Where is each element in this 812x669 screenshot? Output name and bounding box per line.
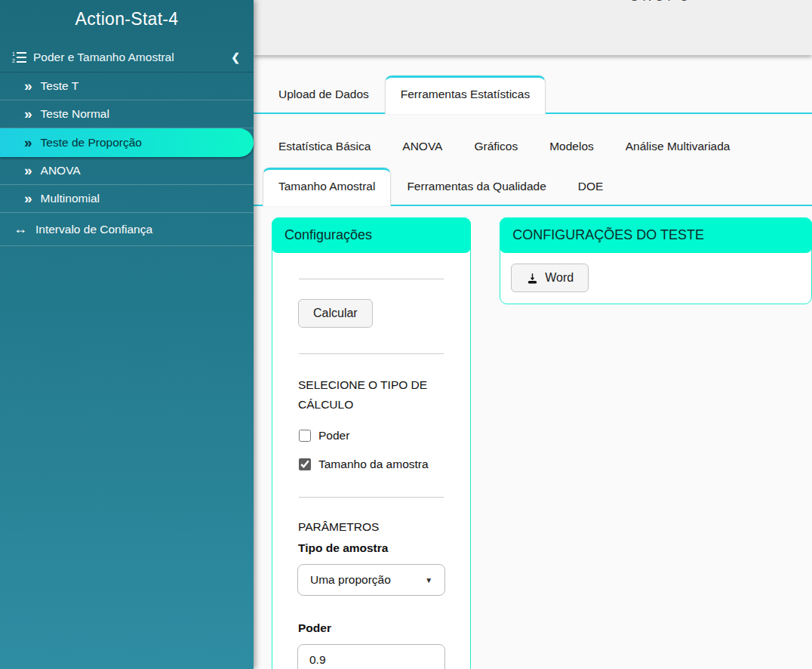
sidebar-item-label: Teste Normal — [41, 107, 109, 121]
divider — [299, 279, 444, 279]
test-panel-title: CONFIGURAÇÕES DO TESTE — [500, 217, 812, 253]
app-title: Action-Stat-4 — [0, 0, 254, 29]
tab-tamanho-amostral[interactable]: Tamanho Amostral — [263, 168, 391, 206]
tab-modelos[interactable]: Modelos — [534, 128, 610, 165]
sample-type-label: Tipo de amostra — [298, 541, 444, 555]
tab-estatistica-basica[interactable]: Estatística Básica — [263, 128, 386, 165]
content: Upload de Dados Ferramentas Estatísticas… — [254, 55, 812, 669]
checkbox-row-poder[interactable]: Poder — [299, 429, 457, 442]
settings-panel-title: Configurações — [272, 217, 471, 253]
sidebar-item-label: Multinomial — [41, 192, 100, 205]
test-settings-panel: CONFIGURAÇÕES DO TESTE Word — [500, 217, 812, 304]
divider — [299, 497, 444, 498]
main-tabbar: Upload de Dados Ferramentas Estatísticas — [254, 76, 812, 114]
double-chevron-icon: » — [24, 106, 32, 121]
sidebar-item-teste-t[interactable]: » Teste T — [0, 72, 254, 100]
poder-checkbox[interactable] — [299, 430, 311, 442]
sidebar-item-label: ANOVA — [41, 164, 81, 177]
svg-text:1: 1 — [12, 51, 15, 57]
test-panel-body: Word — [500, 253, 811, 304]
ordered-list-icon: 1 2 — [12, 51, 26, 63]
divider — [299, 353, 444, 354]
sidebar-item-label: Teste de Proporção — [41, 136, 142, 150]
panels-row: Configurações Calcular SELECIONE O TIPO … — [272, 217, 812, 669]
tab-ferramentas-da-qualidade[interactable]: Ferramentas da Qualidade — [391, 168, 561, 205]
sample-type-select[interactable]: Uma proporção ▼ — [297, 564, 445, 596]
tools-tabbar: Estatística Básica ANOVA Gráficos Modelo… — [254, 128, 812, 206]
settings-panel-body: Calcular SELECIONE O TIPO DE CÁLCULO Pod… — [272, 279, 470, 669]
calculate-button[interactable]: Calcular — [298, 299, 373, 328]
sidebar-item-multinomial[interactable]: » Multinomial — [0, 185, 254, 213]
tab-anova[interactable]: ANOVA — [386, 128, 458, 165]
double-chevron-icon: » — [24, 79, 32, 93]
collapse-chevron-icon[interactable]: ❮ — [231, 51, 240, 63]
caret-down-icon: ▼ — [425, 576, 432, 584]
sidebar-menu-label: Poder e Tamanho Amostral — [33, 51, 174, 64]
sidebar-item-anova[interactable]: » ANOVA — [0, 157, 254, 185]
left-right-arrow-icon: ↔ — [14, 221, 27, 237]
sidebar-item-teste-de-proporcao[interactable]: » Teste de Proporção — [0, 128, 254, 157]
power-input[interactable] — [297, 644, 445, 669]
header-partial-text: GRUPO — [629, 0, 693, 4]
word-export-button[interactable]: Word — [511, 264, 589, 292]
main-area: GRUPO Upload de Dados Ferramentas Estatí… — [254, 0, 812, 669]
checkbox-row-tamanho-da-amostra[interactable]: Tamanho da amostra — [299, 458, 457, 471]
tab-graficos[interactable]: Gráficos — [458, 128, 534, 165]
sidebar-item-label: Teste T — [41, 79, 79, 93]
parameters-label: PARÂMETROS — [298, 520, 444, 534]
tamanho-da-amostra-checkbox[interactable] — [299, 458, 311, 470]
sidebar-item-intervalo-de-confianca[interactable]: ↔ Intervalo de Confiança — [0, 213, 254, 246]
tab-doe[interactable]: DOE — [562, 168, 620, 205]
checkbox-label: Tamanho da amostra — [318, 458, 429, 471]
double-chevron-icon: » — [24, 135, 32, 150]
tab-ferramentas-estatisticas[interactable]: Ferramentas Estatísticas — [385, 76, 546, 114]
sidebar-item-label: Intervalo de Confiança — [35, 223, 152, 236]
double-chevron-icon: » — [24, 163, 32, 177]
sidebar-item-teste-normal[interactable]: » Teste Normal — [0, 100, 254, 128]
sidebar: Action-Stat-4 1 2 Poder e Tamanho Amostr… — [0, 0, 254, 669]
calc-type-label: SELECIONE O TIPO DE CÁLCULO — [298, 375, 444, 414]
settings-panel: Configurações Calcular SELECIONE O TIPO … — [272, 217, 471, 669]
top-header: GRUPO — [254, 0, 812, 55]
tab-upload-de-dados[interactable]: Upload de Dados — [263, 76, 385, 113]
double-chevron-icon: » — [24, 191, 32, 205]
checkbox-label: Poder — [318, 429, 349, 442]
word-button-label: Word — [545, 271, 574, 285]
download-icon — [526, 272, 539, 285]
sidebar-menu-header[interactable]: 1 2 Poder e Tamanho Amostral ❮ — [0, 51, 254, 72]
sidebar-nav: » Teste T » Teste Normal » Teste de Prop… — [0, 72, 254, 246]
svg-text:2: 2 — [12, 58, 15, 63]
power-label: Poder — [298, 621, 444, 635]
tab-analise-multivariada[interactable]: Análise Multivariada — [610, 128, 746, 165]
sample-type-selected-value: Uma proporção — [310, 573, 391, 587]
